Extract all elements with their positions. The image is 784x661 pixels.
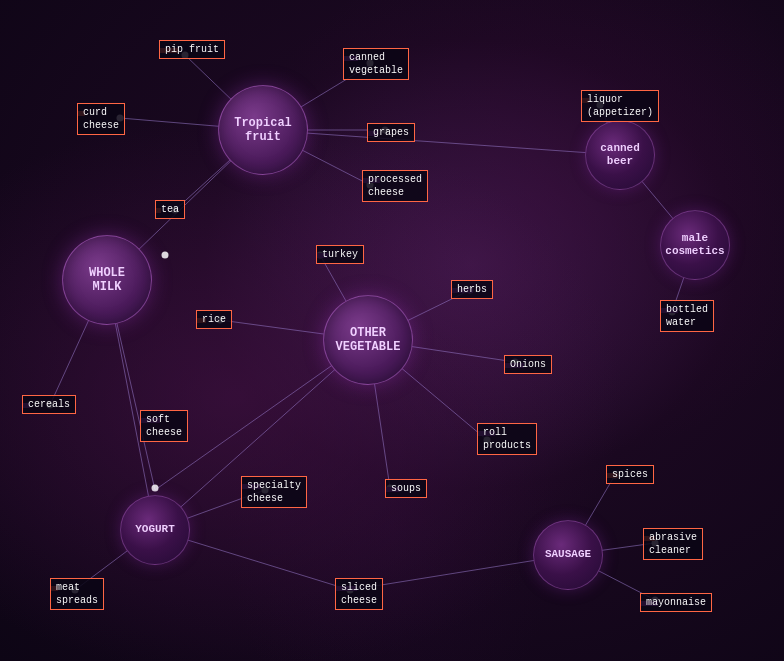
node-tropical_fruit[interactable]: Tropical fruit	[218, 85, 308, 175]
label-meat_spreads[interactable]: meat spreads	[50, 578, 104, 610]
label-curd_cheese[interactable]: curd cheese	[77, 103, 125, 135]
node-yogurt[interactable]: YOGURT	[120, 495, 190, 565]
label-tea[interactable]: tea	[155, 200, 185, 219]
node-other_veg[interactable]: OTHER VEGETABLE	[323, 295, 413, 385]
label-roll_products[interactable]: roll products	[477, 423, 537, 455]
label-soft_cheese[interactable]: soft cheese	[140, 410, 188, 442]
label-onions[interactable]: Onions	[504, 355, 552, 374]
node-sausage[interactable]: SAUSAGE	[533, 520, 603, 590]
label-processed_cheese[interactable]: processed cheese	[362, 170, 428, 202]
node-male_cosmetics[interactable]: male cosmetics	[660, 210, 730, 280]
label-cereals[interactable]: cereals	[22, 395, 76, 414]
label-grapes[interactable]: grapes	[367, 123, 415, 142]
node-canned_beer[interactable]: canned beer	[585, 120, 655, 190]
label-specialty_cheese[interactable]: specialty cheese	[241, 476, 307, 508]
label-spices[interactable]: spices	[606, 465, 654, 484]
node-whole_milk[interactable]: WHOLE MILK	[62, 235, 152, 325]
label-abrasive_cleaner[interactable]: abrasive cleaner	[643, 528, 703, 560]
label-mayonnaise[interactable]: mayonnaise	[640, 593, 712, 612]
label-liquor[interactable]: liquor (appetizer)	[581, 90, 659, 122]
label-sliced_cheese[interactable]: sliced cheese	[335, 578, 383, 610]
label-herbs[interactable]: herbs	[451, 280, 493, 299]
label-turkey[interactable]: turkey	[316, 245, 364, 264]
label-canned_veg[interactable]: canned vegetable	[343, 48, 409, 80]
label-soups[interactable]: soups	[385, 479, 427, 498]
label-pip_fruit[interactable]: pip fruit	[159, 40, 225, 59]
label-bottled_water[interactable]: bottled water	[660, 300, 714, 332]
label-rice[interactable]: rice	[196, 310, 232, 329]
